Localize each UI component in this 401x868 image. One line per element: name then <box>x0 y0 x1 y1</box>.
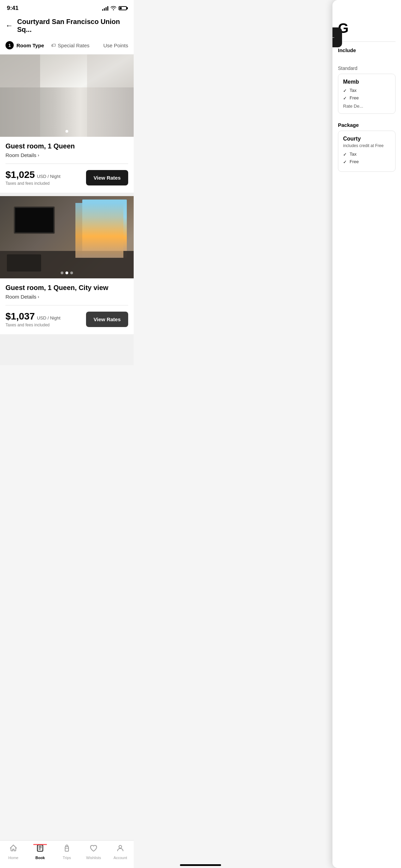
price-unit-2: USD / Night <box>37 315 61 321</box>
price-unit-1: USD / Night <box>37 174 61 179</box>
status-icons <box>102 5 127 11</box>
price-section-2: $1,037 USD / Night Taxes and fees includ… <box>5 311 60 327</box>
dot-3 <box>70 272 73 274</box>
chevron-icon-2: › <box>38 294 39 299</box>
page-title: Courtyard San Francisco Union Sq... <box>17 18 128 34</box>
header: ← Courtyard San Francisco Union Sq... <box>0 14 134 38</box>
tag-icon: 🏷 <box>51 43 56 48</box>
room-details-link-2[interactable]: Room Details › <box>5 294 128 300</box>
tab-special-rates[interactable]: 🏷 Special Rates <box>51 43 90 48</box>
room-image-1[interactable] <box>0 55 134 137</box>
dot-1 <box>61 272 63 274</box>
signal-icon <box>102 6 108 11</box>
room-image-2[interactable] <box>0 196 134 278</box>
room-details-link-1[interactable]: Room Details › <box>5 152 128 158</box>
image-dots-2 <box>61 272 73 274</box>
divider-2 <box>5 305 128 305</box>
price-note-1: Taxes and fees included <box>5 181 60 186</box>
room-pricing-1: $1,025 USD / Night Taxes and fees includ… <box>5 169 128 186</box>
room-photo-2 <box>0 196 134 278</box>
chevron-icon: › <box>38 153 39 158</box>
view-rates-button-2[interactable]: View Rates <box>86 312 128 327</box>
room-info-1: Guest room, 1 Queen Room Details › $1,02… <box>0 137 134 193</box>
image-dots-1 <box>65 130 68 133</box>
battery-icon <box>119 6 127 10</box>
price-amount-1: $1,025 <box>5 169 35 180</box>
tab-bar: 1 Room Type 🏷 Special Rates Use Points <box>0 38 134 55</box>
dot-active <box>65 130 68 133</box>
step-number: 1 <box>5 41 14 49</box>
status-time: 9:41 <box>7 5 19 12</box>
room-info-2: Guest room, 1 Queen, City view Room Deta… <box>0 278 134 334</box>
room-pricing-2: $1,037 USD / Night Taxes and fees includ… <box>5 311 128 327</box>
dot-active-2 <box>65 272 68 274</box>
tab-use-points[interactable]: Use Points <box>103 43 128 48</box>
price-section-1: $1,025 USD / Night Taxes and fees includ… <box>5 169 60 186</box>
price-note-2: Taxes and fees included <box>5 323 60 327</box>
view-rates-button-1[interactable]: View Rates <box>86 170 128 185</box>
wifi-icon <box>110 5 117 11</box>
status-bar: 9:41 <box>0 0 134 14</box>
tab-room-type[interactable]: 1 Room Type <box>5 41 44 49</box>
room-name-2: Guest room, 1 Queen, City view <box>5 284 128 292</box>
price-main-1: $1,025 USD / Night <box>5 169 60 180</box>
main-content: Guest room, 1 Queen Room Details › $1,02… <box>0 55 134 365</box>
price-amount-2: $1,037 <box>5 311 35 322</box>
room-card-1: Guest room, 1 Queen Room Details › $1,02… <box>0 55 134 193</box>
room-card-2: Guest room, 1 Queen, City view Room Deta… <box>0 196 134 334</box>
room-name-1: Guest room, 1 Queen <box>5 142 128 150</box>
room-photo-1 <box>0 55 134 137</box>
price-main-2: $1,037 USD / Night <box>5 311 60 322</box>
back-button[interactable]: ← <box>5 21 13 30</box>
tab-room-type-label: Room Type <box>16 43 44 48</box>
tab-use-points-label: Use Points <box>103 43 128 48</box>
divider <box>5 164 128 164</box>
tab-special-rates-label: Special Rates <box>58 43 90 48</box>
